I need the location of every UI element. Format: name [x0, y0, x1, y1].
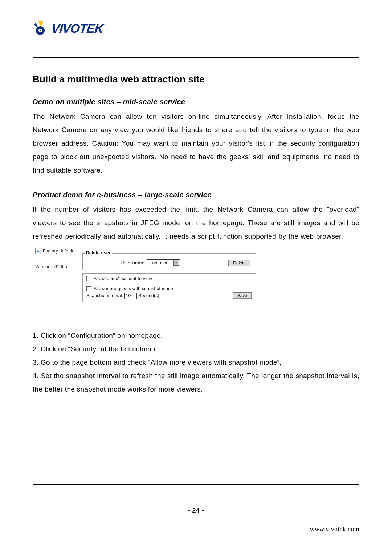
- allow-more-row[interactable]: Allow more guests with snapshot mode: [86, 285, 252, 292]
- step-2: 2. Click on “Security” at the left colum…: [33, 342, 359, 356]
- brand-name: VIVOTEK: [51, 21, 104, 36]
- snapshot-group: Allow more guests with snapshot mode Sna…: [82, 283, 256, 302]
- svg-point-2: [40, 30, 41, 32]
- section2-body: If the number of visitors has exceeded t…: [33, 203, 359, 243]
- checkbox-icon: [86, 286, 91, 291]
- save-button[interactable]: Save: [233, 292, 252, 299]
- sidebar-item-factory-default[interactable]: ▶ Factory default: [35, 248, 78, 254]
- section1-heading: Demo on multiple sites – mid-scale servi…: [33, 98, 359, 106]
- snapshot-interval-label: Snapshot interval:: [86, 293, 123, 298]
- document-page: VIVOTEK Build a multimedia web attractio…: [0, 0, 392, 555]
- page-title: Build a multimedia web attraction site: [33, 74, 359, 85]
- allow-demo-label: Allow 'demo' account to view: [94, 276, 152, 281]
- delete-user-group: Delete user User name -- no user -- ▾ De…: [82, 253, 256, 270]
- section1-body: The Network Camera can allow ten visitor…: [33, 110, 359, 177]
- delete-user-legend: Delete user: [85, 250, 112, 255]
- allow-demo-row[interactable]: Allow 'demo' account to view: [86, 275, 252, 282]
- settings-panel: ▶ Factory default Version : 0100a Delete…: [33, 246, 258, 322]
- version-label: Version : 0100a: [35, 264, 78, 269]
- user-name-label: User name: [121, 260, 144, 266]
- brand-logo: VIVOTEK: [33, 20, 359, 37]
- page-number: - 24 -: [0, 507, 392, 514]
- steps-list: 1. Click on “Configuration” on homepage,…: [33, 329, 359, 396]
- factory-default-label: Factory default: [43, 248, 73, 254]
- step-4: 4. Set the snapshot interval to refresh …: [33, 369, 359, 396]
- checkbox-icon: [86, 276, 91, 281]
- chevron-down-icon: ▾: [173, 260, 179, 266]
- snapshot-unit-label: Second(s): [138, 293, 159, 298]
- footer-rule: [33, 484, 359, 487]
- user-name-value: -- no user --: [148, 260, 172, 266]
- delete-button[interactable]: Delete: [228, 260, 250, 266]
- panel-main: Delete user User name -- no user -- ▾ De…: [80, 246, 258, 322]
- arrow-right-icon: ▶: [35, 248, 41, 254]
- footer-url: www.vivotek.com: [310, 526, 359, 533]
- section2-heading: Product demo for e-business – large-scal…: [33, 191, 359, 199]
- step-3: 3. Go to the page bottom and check “Allo…: [33, 356, 359, 369]
- panel-sidebar: ▶ Factory default Version : 0100a: [33, 246, 80, 322]
- snapshot-interval-input[interactable]: 10: [124, 293, 137, 299]
- step-1: 1. Click on “Configuration” on homepage,: [33, 329, 359, 342]
- allow-more-label: Allow more guests with snapshot mode: [94, 286, 173, 291]
- logo-icon: [33, 20, 48, 37]
- user-name-select[interactable]: -- no user -- ▾: [147, 259, 180, 266]
- header-rule: [33, 57, 359, 59]
